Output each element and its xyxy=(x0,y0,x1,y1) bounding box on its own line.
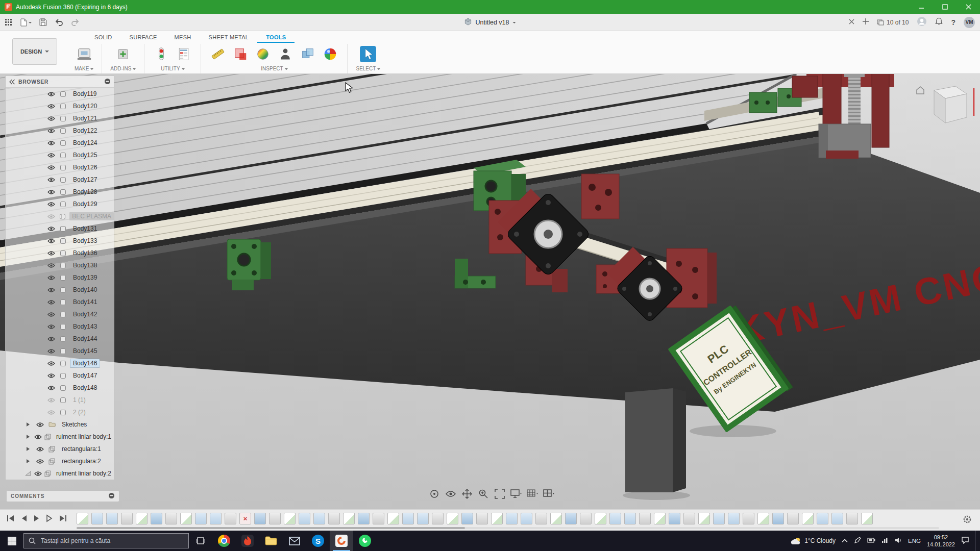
display-settings-icon[interactable] xyxy=(510,488,522,499)
file-explorer-icon[interactable] xyxy=(259,531,283,551)
visibility-eye-icon[interactable] xyxy=(47,275,60,281)
browser-row[interactable]: Body146 xyxy=(6,357,114,369)
timeline-feature-icon[interactable] xyxy=(654,513,666,524)
search-input[interactable] xyxy=(40,537,178,545)
timeline-feature-icon[interactable] xyxy=(802,513,814,524)
new-tab-icon[interactable] xyxy=(863,18,869,26)
browser-item-label[interactable]: Body131 xyxy=(70,224,100,233)
visibility-eye-icon[interactable] xyxy=(34,434,44,440)
visibility-eye-icon[interactable] xyxy=(47,128,60,134)
browser-item-label[interactable]: Body142 xyxy=(70,310,100,318)
timeline-feature-icon[interactable] xyxy=(269,513,281,524)
grid-settings-icon[interactable] xyxy=(527,488,538,499)
scripts-icon[interactable] xyxy=(153,45,170,63)
browser-row[interactable]: Body148 xyxy=(6,382,114,394)
timeline-feature-icon[interactable] xyxy=(506,513,518,524)
timeline-feature-icon[interactable] xyxy=(343,513,355,524)
browser-row[interactable]: Body147 xyxy=(6,369,114,382)
browser-item-label[interactable]: Body138 xyxy=(70,261,100,269)
timeline-feature-icon[interactable] xyxy=(565,513,577,524)
timeline-feature-icon[interactable] xyxy=(151,513,162,524)
timeline-feature-icon[interactable] xyxy=(535,513,547,524)
help-icon[interactable]: ? xyxy=(951,18,955,27)
browser-item-label[interactable]: rectangulara:1 xyxy=(59,445,104,453)
browser-row[interactable]: Body138 xyxy=(6,259,114,271)
timeline-feature-icon[interactable] xyxy=(91,513,103,524)
appearance-ball-icon[interactable] xyxy=(322,45,339,63)
skip-to-end-icon[interactable] xyxy=(59,514,67,524)
browser-item-label[interactable]: Body139 xyxy=(70,273,100,282)
comments-options-icon[interactable] xyxy=(108,492,115,500)
curvature-analysis-icon[interactable] xyxy=(254,45,272,63)
browser-row[interactable]: Body139 xyxy=(6,271,114,284)
timeline-feature-icon[interactable] xyxy=(609,513,621,524)
browser-item-label[interactable]: Body141 xyxy=(70,298,100,306)
visibility-eye-icon[interactable] xyxy=(47,336,60,342)
action-center-icon[interactable] xyxy=(961,536,969,545)
timeline-feature-icon[interactable] xyxy=(728,513,740,524)
browser-row[interactable]: Body144 xyxy=(6,333,114,345)
tab-surface[interactable]: SURFACE xyxy=(121,33,166,43)
timeline-feature-icon[interactable] xyxy=(299,513,310,524)
parameters-form-icon[interactable] xyxy=(175,45,192,63)
timeline-feature-icon[interactable] xyxy=(328,513,340,524)
viewports-icon[interactable] xyxy=(543,488,554,499)
browser-item-label[interactable]: Body147 xyxy=(70,371,100,380)
fusion-360-taskbar-icon[interactable] xyxy=(330,531,353,551)
browser-row[interactable]: rulment liniar body:1 xyxy=(6,431,114,443)
timeline-feature-icon[interactable] xyxy=(77,513,88,524)
visibility-eye-icon[interactable] xyxy=(47,348,60,354)
timeline-feature-icon[interactable] xyxy=(698,513,710,524)
browser-item-label[interactable]: Body136 xyxy=(70,249,100,257)
browser-row[interactable]: Body120 xyxy=(6,100,114,112)
timeline-feature-icon[interactable] xyxy=(284,513,296,524)
timeline-feature-icon[interactable] xyxy=(313,513,325,524)
interference-icon[interactable] xyxy=(299,45,316,63)
browser-item-label[interactable]: Body120 xyxy=(70,102,100,110)
tray-expand-caret-icon[interactable] xyxy=(842,537,848,544)
expand-arrow-icon[interactable] xyxy=(25,459,36,463)
orbit-icon[interactable] xyxy=(429,488,440,499)
browser-item-label[interactable]: BEC PLASMA xyxy=(69,212,114,220)
timeline-feature-icon[interactable] xyxy=(669,513,680,524)
timeline-feature-icon[interactable] xyxy=(121,513,133,524)
skype-icon[interactable]: S xyxy=(306,531,330,551)
browser-item-label[interactable]: Body148 xyxy=(70,384,100,392)
expand-arrow-icon[interactable] xyxy=(25,422,36,427)
timeline-settings-gear-icon[interactable] xyxy=(963,515,972,526)
timeline-feature-icon[interactable] xyxy=(624,513,636,524)
collapse-chevrons-icon[interactable] xyxy=(9,79,15,85)
timeline-feature-icon[interactable] xyxy=(180,513,192,524)
browser-header[interactable]: BROWSER xyxy=(6,76,114,88)
weather-widget[interactable]: 1°C Cloudy xyxy=(790,537,836,545)
maximize-button[interactable] xyxy=(933,0,957,14)
timeline-feature-icon[interactable] xyxy=(817,513,828,524)
timeline-feature-icon[interactable] xyxy=(639,513,651,524)
browser-row[interactable]: Body119 xyxy=(6,88,114,100)
select-tool-icon[interactable] xyxy=(359,45,377,63)
timeline-feature-icon[interactable] xyxy=(432,513,444,524)
browser-row[interactable]: rectangulara:2 xyxy=(6,455,114,467)
visibility-eye-icon[interactable] xyxy=(47,165,60,170)
close-button[interactable] xyxy=(957,0,980,14)
timeline-feature-icon[interactable] xyxy=(743,513,754,524)
timeline-scrollbar[interactable] xyxy=(77,527,939,529)
browser-item-label[interactable]: Body127 xyxy=(70,176,100,184)
visibility-eye-icon[interactable] xyxy=(34,471,44,477)
redo-icon[interactable] xyxy=(71,19,80,26)
viewport-3d[interactable]: KYN_VM CNC xyxy=(0,74,980,509)
tab-sheet-metal[interactable]: SHEET METAL xyxy=(200,33,258,43)
pan-icon[interactable] xyxy=(461,488,473,499)
browser-item-label[interactable]: Sketches xyxy=(59,420,89,429)
timeline-feature-icon[interactable] xyxy=(387,513,399,524)
browser-row[interactable]: Body136 xyxy=(6,247,114,259)
expand-arrow-icon[interactable] xyxy=(25,435,34,439)
step-forward-icon[interactable] xyxy=(46,514,53,524)
timeline-feature-icon[interactable] xyxy=(491,513,503,524)
browser-row[interactable]: 1 (1) xyxy=(6,394,114,406)
whatsapp-icon[interactable] xyxy=(353,531,377,551)
visibility-eye-icon[interactable] xyxy=(47,299,60,305)
browser-row[interactable]: Body133 xyxy=(6,235,114,247)
timeline-feature-icon[interactable] xyxy=(106,513,118,524)
browser-item-label[interactable]: Body128 xyxy=(70,188,100,196)
